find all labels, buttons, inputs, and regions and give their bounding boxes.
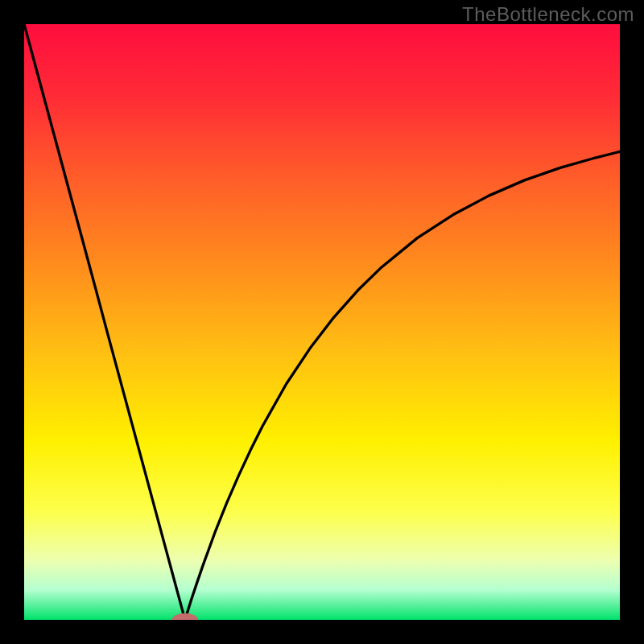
chart-frame: TheBottleneck.com [0,0,644,644]
chart-svg [24,24,620,620]
chart-plot-area [24,24,620,620]
watermark-text: TheBottleneck.com [462,3,634,26]
gradient-background [24,24,620,620]
